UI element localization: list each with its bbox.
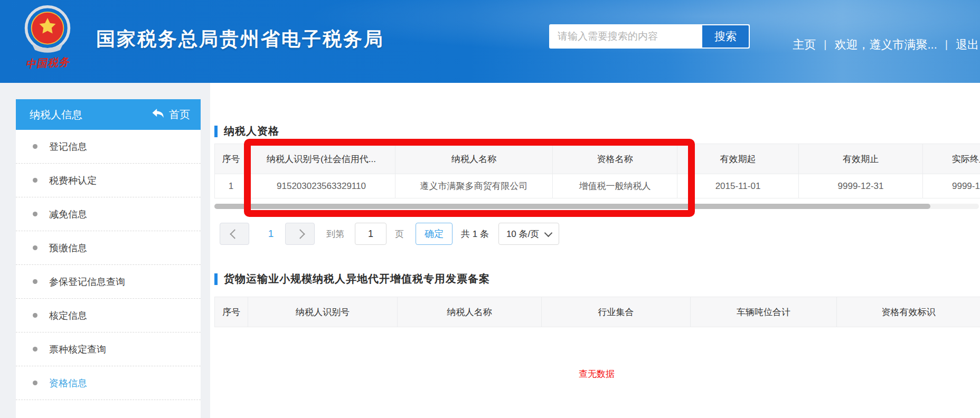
- sidebar-item-label: 预缴信息: [49, 242, 87, 254]
- sidebar-item-票种核定查询[interactable]: 票种核定查询: [16, 332, 201, 366]
- chevron-right-icon: [295, 229, 305, 239]
- page-number-input[interactable]: [355, 223, 387, 245]
- column-header: 序号: [215, 144, 248, 174]
- chevron-left-icon: [230, 229, 239, 239]
- freight-table: 序号纳税人识别号纳税人名称行业集合车辆吨位合计资格有效标识: [214, 297, 980, 327]
- table-cell: 915203023563329110: [248, 174, 395, 198]
- main-panel: 纳税人资格 序号纳税人识别号(社会信用代...纳税人名称资格名称有效期起有效期止…: [210, 83, 980, 418]
- bullet-icon: [33, 279, 37, 284]
- search-button[interactable]: 搜索: [702, 25, 749, 48]
- horizontal-scrollbar-thumb[interactable]: [214, 204, 930, 209]
- total-records-label: 共 1 条: [461, 228, 489, 240]
- column-header: 行业集合: [542, 297, 691, 327]
- bullet-icon: [33, 245, 37, 250]
- page-size-value: 10 条/页: [506, 228, 539, 240]
- sidebar-item-label: 票种核定查询: [49, 343, 106, 356]
- column-header: 序号: [215, 297, 248, 327]
- reply-arrow-icon: [152, 108, 164, 121]
- sidebar-header: 纳税人信息 首页: [16, 99, 201, 130]
- prev-page-button[interactable]: [220, 223, 249, 245]
- current-page-number[interactable]: 1: [263, 228, 279, 240]
- confirm-page-button[interactable]: 确定: [416, 223, 453, 245]
- sidebar-item-参保登记信息查询[interactable]: 参保登记信息查询: [16, 265, 201, 299]
- sidebar-item-label: 登记信息: [49, 140, 87, 153]
- column-header: 纳税人识别号(社会信用代...: [248, 144, 395, 174]
- bullet-icon: [33, 212, 37, 216]
- table-cell: 遵义市满聚多商贸有限公司: [395, 174, 553, 198]
- column-header: 纳税人识别号: [248, 297, 398, 327]
- nav-logout-link[interactable]: 退出: [956, 37, 979, 53]
- section-title-bar: [214, 273, 218, 285]
- page-size-select[interactable]: 10 条/页: [498, 223, 559, 245]
- sidebar-item-资格信息[interactable]: 资格信息: [16, 366, 201, 400]
- pagination: 1 到第 页 确定 共 1 条 10 条/页: [214, 223, 559, 245]
- sidebar-item-核定信息[interactable]: 核定信息: [16, 299, 201, 332]
- section-title-freight-filing: 货物运输业小规模纳税人异地代开增值税专用发票备案: [214, 272, 490, 286]
- nav-separator: |: [824, 39, 826, 51]
- sidebar: 纳税人信息 首页 登记信息税费种认定减免信息预缴信息参保登记信息查询核定信息票种…: [16, 99, 201, 418]
- bullet-icon: [33, 144, 37, 149]
- table-row: 1915203023563329110遵义市满聚多商贸有限公司增值税一般纳税人2…: [215, 174, 980, 198]
- table-cell: 1: [215, 174, 248, 198]
- table-cell: 9999-12-31: [923, 174, 980, 198]
- sidebar-item-label: 税费种认定: [49, 174, 97, 187]
- nav-home-link[interactable]: 主页: [793, 37, 816, 53]
- bullet-icon: [33, 313, 37, 318]
- column-header: 实际终止日期: [923, 144, 980, 174]
- horizontal-scrollbar[interactable]: [214, 204, 979, 209]
- sidebar-menu: 登记信息税费种认定减免信息预缴信息参保登记信息查询核定信息票种核定查询资格信息: [16, 130, 201, 400]
- logo-caption: 中国税务: [17, 54, 77, 72]
- tax-bureau-logo: 中国税务: [18, 5, 77, 70]
- column-header: 纳税人名称: [398, 297, 542, 327]
- sidebar-item-label: 资格信息: [49, 377, 87, 390]
- search-input[interactable]: [550, 25, 702, 48]
- sidebar-title: 纳税人信息: [30, 108, 82, 122]
- table-cell: 2015-11-01: [677, 174, 799, 198]
- sidebar-item-label: 参保登记信息查询: [49, 276, 125, 288]
- goto-page-suffix-label: 页: [395, 228, 404, 240]
- column-header: 有效期起: [677, 144, 799, 174]
- qualification-table: 序号纳税人识别号(社会信用代...纳税人名称资格名称有效期起有效期止实际终止日期…: [214, 144, 980, 198]
- app-header: 中国税务 国家税务总局贵州省电子税务局 搜索 主页 | 欢迎，遵义市满聚... …: [0, 0, 980, 83]
- next-page-button[interactable]: [285, 223, 315, 245]
- sidebar-item-label: 减免信息: [49, 208, 87, 221]
- goto-page-prefix-label: 到第: [326, 228, 344, 240]
- column-header: 纳税人名称: [395, 144, 553, 174]
- search-box: 搜索: [549, 24, 750, 49]
- bullet-icon: [33, 178, 37, 183]
- nav-separator: |: [945, 39, 948, 51]
- column-header: 有效期止: [799, 144, 923, 174]
- national-emblem-icon: [23, 46, 72, 55]
- bullet-icon: [33, 347, 37, 352]
- sidebar-item-减免信息[interactable]: 减免信息: [16, 197, 201, 231]
- table-cell: 9999-12-31: [799, 174, 923, 198]
- caret-down-icon: [544, 229, 553, 237]
- bullet-icon: [33, 381, 37, 385]
- sidebar-item-label: 核定信息: [49, 309, 87, 322]
- freight-table-wrap: 序号纳税人识别号纳税人名称行业集合车辆吨位合计资格有效标识: [214, 297, 980, 327]
- empty-data-message: 查无数据: [214, 368, 979, 380]
- sidebar-item-预缴信息[interactable]: 预缴信息: [16, 231, 201, 265]
- sidebar-item-税费种认定[interactable]: 税费种认定: [16, 164, 201, 197]
- page-title: 国家税务总局贵州省电子税务局: [96, 0, 384, 83]
- qualification-table-wrap: 序号纳税人识别号(社会信用代...纳税人名称资格名称有效期起有效期止实际终止日期…: [214, 144, 980, 198]
- section-title-qualification: 纳税人资格: [214, 124, 279, 138]
- nav-welcome-link[interactable]: 欢迎，遵义市满聚...: [834, 37, 937, 53]
- column-header: 资格有效标识: [837, 297, 980, 327]
- sidebar-item-登记信息[interactable]: 登记信息: [16, 130, 201, 164]
- column-header: 资格名称: [553, 144, 677, 174]
- top-nav: 主页 | 欢迎，遵义市满聚... | 退出: [793, 3, 979, 86]
- sidebar-home-link[interactable]: 首页: [152, 108, 190, 122]
- sidebar-home-label: 首页: [169, 108, 190, 122]
- column-header: 车辆吨位合计: [691, 297, 837, 327]
- section-title-bar: [214, 126, 218, 137]
- table-cell: 增值税一般纳税人: [553, 174, 677, 198]
